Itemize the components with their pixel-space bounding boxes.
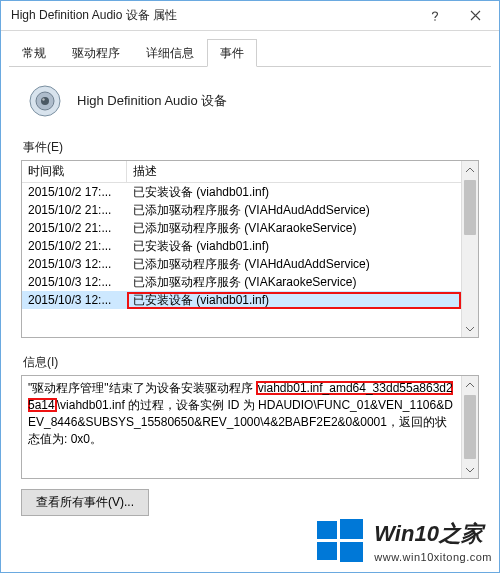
events-scrollbar[interactable] xyxy=(461,161,478,337)
table-row[interactable]: 2015/10/2 17:... 已安装设备 (viahdb01.inf) xyxy=(22,183,461,201)
chevron-down-icon[interactable] xyxy=(462,320,478,337)
events-header: 时间戳 描述 xyxy=(22,161,461,183)
svg-rect-7 xyxy=(317,542,337,560)
close-button[interactable] xyxy=(455,4,495,28)
chevron-up-icon[interactable] xyxy=(462,161,478,178)
table-row[interactable]: 2015/10/2 21:... 已添加驱动程序服务 (VIAKaraokeSe… xyxy=(22,219,461,237)
info-scrollbar[interactable] xyxy=(461,376,478,478)
cell-desc: 已安装设备 (viahdb01.inf) xyxy=(127,292,461,309)
scrollbar-thumb[interactable] xyxy=(464,395,476,459)
tab-details[interactable]: 详细信息 xyxy=(133,39,207,66)
col-timestamp[interactable]: 时间戳 xyxy=(22,161,127,182)
cell-time: 2015/10/3 12:... xyxy=(22,293,127,307)
cell-time: 2015/10/2 21:... xyxy=(22,221,127,235)
cell-desc: 已添加驱动程序服务 (VIAKaraokeService) xyxy=(127,274,461,291)
device-name: High Definition Audio 设备 xyxy=(77,92,227,110)
cell-desc: 已添加驱动程序服务 (VIAKaraokeService) xyxy=(127,220,461,237)
scrollbar-thumb[interactable] xyxy=(464,180,476,235)
svg-rect-8 xyxy=(340,542,363,562)
help-button[interactable] xyxy=(415,4,455,28)
cell-desc: 已添加驱动程序服务 (VIAHdAudAddService) xyxy=(127,256,461,273)
events-label: 事件(E) xyxy=(23,139,479,156)
close-icon xyxy=(470,10,481,21)
svg-point-0 xyxy=(434,19,436,21)
cell-desc: 已添加驱动程序服务 (VIAHdAudAddService) xyxy=(127,202,461,219)
watermark-url: www.win10xitong.com xyxy=(374,551,492,563)
scrollbar-track[interactable] xyxy=(462,393,478,461)
speaker-icon xyxy=(27,83,63,119)
content: High Definition Audio 设备 事件(E) 时间戳 描述 20… xyxy=(1,67,499,572)
titlebar: High Definition Audio 设备 属性 xyxy=(1,1,499,31)
svg-rect-6 xyxy=(340,519,363,539)
watermark-text: Win10之家 www.win10xitong.com xyxy=(374,519,492,563)
table-row[interactable]: 2015/10/3 12:... 已添加驱动程序服务 (VIAHdAudAddS… xyxy=(22,255,461,273)
info-pre: "驱动程序管理"结束了为设备安装驱动程序 xyxy=(28,381,256,395)
info-text: "驱动程序管理"结束了为设备安装驱动程序 viahdb01.inf_amd64_… xyxy=(22,376,461,478)
windows-logo-icon xyxy=(314,515,366,567)
window-title: High Definition Audio 设备 属性 xyxy=(11,7,415,24)
cell-time: 2015/10/3 12:... xyxy=(22,275,127,289)
device-header: High Definition Audio 设备 xyxy=(21,83,479,119)
watermark: Win10之家 www.win10xitong.com xyxy=(314,515,492,567)
tab-driver[interactable]: 驱动程序 xyxy=(59,39,133,66)
table-row[interactable]: 2015/10/2 21:... 已添加驱动程序服务 (VIAHdAudAddS… xyxy=(22,201,461,219)
col-description[interactable]: 描述 xyxy=(127,161,461,182)
cell-time: 2015/10/3 12:... xyxy=(22,257,127,271)
info-label: 信息(I) xyxy=(23,354,479,371)
scrollbar-track[interactable] xyxy=(462,178,478,320)
tab-general[interactable]: 常规 xyxy=(9,39,59,66)
view-all-events-button[interactable]: 查看所有事件(V)... xyxy=(21,489,149,516)
events-list[interactable]: 时间戳 描述 2015/10/2 17:... 已安装设备 (viahdb01.… xyxy=(21,160,479,338)
cell-time: 2015/10/2 17:... xyxy=(22,185,127,199)
help-icon xyxy=(429,10,441,22)
svg-point-4 xyxy=(42,98,44,100)
chevron-down-icon[interactable] xyxy=(462,461,478,478)
svg-rect-5 xyxy=(317,521,337,539)
cell-time: 2015/10/2 21:... xyxy=(22,239,127,253)
cell-desc: 已安装设备 (viahdb01.inf) xyxy=(127,184,461,201)
table-row[interactable]: 2015/10/2 21:... 已安装设备 (viahdb01.inf) xyxy=(22,237,461,255)
info-box[interactable]: "驱动程序管理"结束了为设备安装驱动程序 viahdb01.inf_amd64_… xyxy=(21,375,479,479)
button-row: 查看所有事件(V)... xyxy=(21,489,479,516)
tabs: 常规 驱动程序 详细信息 事件 xyxy=(1,31,499,66)
chevron-up-icon[interactable] xyxy=(462,376,478,393)
svg-point-3 xyxy=(41,97,49,105)
info-post: \viahdb01.inf 的过程，设备实例 ID 为 HDAUDIO\FUNC… xyxy=(28,398,453,446)
cell-desc: 已安装设备 (viahdb01.inf) xyxy=(127,238,461,255)
events-list-inner: 时间戳 描述 2015/10/2 17:... 已安装设备 (viahdb01.… xyxy=(22,161,461,337)
cell-time: 2015/10/2 21:... xyxy=(22,203,127,217)
watermark-title: Win10之家 xyxy=(374,519,492,549)
tab-events[interactable]: 事件 xyxy=(207,39,257,67)
table-row[interactable]: 2015/10/3 12:... 已添加驱动程序服务 (VIAKaraokeSe… xyxy=(22,273,461,291)
window: High Definition Audio 设备 属性 常规 驱动程序 详细信息… xyxy=(0,0,500,573)
table-row[interactable]: 2015/10/3 12:... 已安装设备 (viahdb01.inf) xyxy=(22,291,461,309)
